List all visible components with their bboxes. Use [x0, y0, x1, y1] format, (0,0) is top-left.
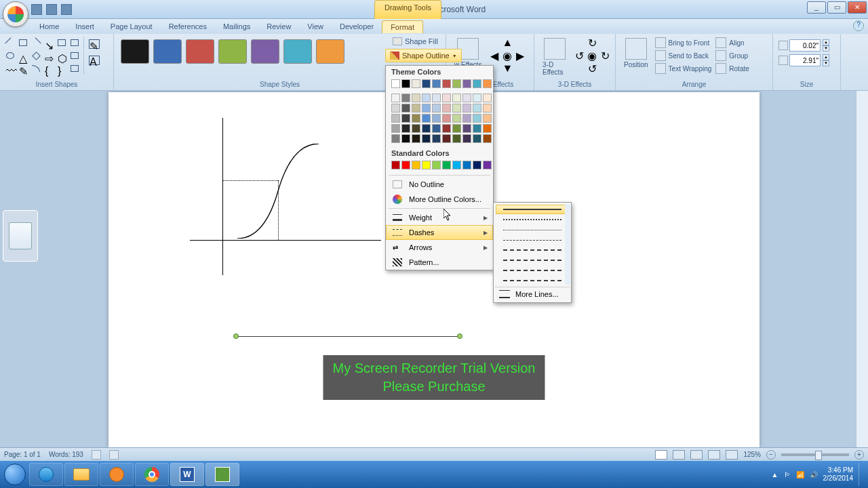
height-input[interactable]: 0.02": [789, 39, 821, 52]
selection-handle-left[interactable]: [233, 333, 239, 339]
style-swatch-5[interactable]: [283, 39, 312, 64]
tab-insert[interactable]: Insert: [67, 20, 102, 33]
shade-color-2-7[interactable]: [462, 114, 471, 123]
more-outline-colors-item[interactable]: More Outline Colors...: [386, 192, 493, 207]
selection-handle-right[interactable]: [457, 333, 462, 339]
shade-color-3-9[interactable]: [483, 124, 492, 133]
shade-color-0-4[interactable]: [432, 94, 441, 102]
flyout-scrollbar[interactable]: [565, 204, 570, 285]
theme-color-8[interactable]: [473, 79, 481, 88]
shape-triangle-icon[interactable]: △: [17, 49, 29, 62]
shade-color-0-7[interactable]: [462, 94, 471, 102]
shade-color-1-9[interactable]: [483, 104, 492, 113]
tab-view[interactable]: View: [299, 20, 332, 33]
dash-style-1[interactable]: [496, 215, 569, 224]
start-button[interactable]: [1, 461, 28, 488]
height-up[interactable]: ▲: [823, 39, 829, 45]
shade-color-4-3[interactable]: [422, 134, 431, 143]
selected-line-shape[interactable]: [236, 336, 460, 337]
width-up[interactable]: ▲: [823, 54, 829, 60]
edit-shape-icon[interactable]: ✎: [87, 37, 102, 52]
shade-color-4-8[interactable]: [473, 134, 481, 143]
shade-color-2-2[interactable]: [412, 114, 420, 123]
rotate-button[interactable]: Rotate: [714, 62, 750, 75]
vertical-scrollbar[interactable]: [856, 91, 868, 447]
shade-color-2-9[interactable]: [483, 114, 492, 123]
no-outline-item[interactable]: No Outline: [386, 177, 493, 192]
shade-color-4-2[interactable]: [412, 134, 420, 143]
zoom-out-button[interactable]: −: [766, 450, 776, 460]
theme-color-7[interactable]: [462, 79, 471, 88]
height-down[interactable]: ▼: [823, 45, 829, 52]
tab-page-layout[interactable]: Page Layout: [102, 20, 161, 33]
standard-color-7[interactable]: [462, 161, 471, 169]
tab-references[interactable]: References: [161, 20, 215, 33]
shade-color-1-7[interactable]: [462, 104, 471, 113]
theme-color-5[interactable]: [442, 79, 451, 88]
view-full-screen-icon[interactable]: [673, 450, 685, 460]
tab-review[interactable]: Review: [258, 20, 299, 33]
tilt-center-icon[interactable]: ◉: [586, 49, 598, 62]
shade-color-0-0[interactable]: [391, 94, 400, 102]
dash-style-5[interactable]: [496, 256, 569, 265]
nudge-left-icon[interactable]: ◀: [488, 49, 500, 62]
tilt-right-icon[interactable]: ↻: [599, 49, 611, 62]
theme-color-4[interactable]: [432, 79, 441, 88]
shade-color-3-3[interactable]: [422, 124, 431, 133]
shade-color-4-0[interactable]: [391, 134, 400, 143]
standard-color-6[interactable]: [452, 161, 461, 169]
style-swatch-6[interactable]: [316, 39, 344, 64]
dash-style-2[interactable]: [496, 225, 569, 235]
minimize-button[interactable]: _: [807, 1, 826, 14]
shape-fill-button[interactable]: Shape Fill: [393, 37, 438, 45]
bring-to-front-button[interactable]: Bring to Front: [654, 37, 713, 49]
shape-freeform-icon[interactable]: ✎: [17, 62, 29, 75]
shape-line-icon[interactable]: [4, 37, 16, 49]
shapes-gallery[interactable]: ↘ △ ⇨ ⬡ 〰 ✎ { }: [4, 37, 81, 75]
dash-style-3[interactable]: [496, 235, 569, 245]
shape-outline-button[interactable]: Shape Outline ▼: [385, 49, 462, 62]
shade-color-0-8[interactable]: [473, 94, 481, 102]
shade-color-3-6[interactable]: [452, 124, 461, 133]
recycle-bin-desktop-icon[interactable]: [3, 210, 38, 262]
taskbar-chrome-icon[interactable]: [135, 463, 169, 486]
text-box-icon[interactable]: A: [87, 53, 102, 68]
shape-diamond-icon[interactable]: [30, 49, 42, 62]
shade-color-2-6[interactable]: [452, 114, 461, 123]
theme-color-1[interactable]: [401, 79, 410, 88]
qat-redo-icon[interactable]: [61, 4, 72, 15]
standard-color-0[interactable]: [391, 161, 400, 169]
tab-mailings[interactable]: Mailings: [215, 20, 258, 33]
arrows-submenu-item[interactable]: ⇄ Arrows▶: [386, 240, 493, 255]
style-swatch-3[interactable]: [218, 39, 247, 64]
dash-style-0[interactable]: [496, 205, 569, 214]
send-to-back-button[interactable]: Send to Back: [654, 49, 713, 62]
taskbar-ie-icon[interactable]: [29, 463, 63, 486]
weight-submenu-item[interactable]: Weight▶: [386, 210, 493, 225]
office-button[interactable]: [3, 1, 28, 27]
shade-color-0-2[interactable]: [412, 94, 420, 102]
zoom-level[interactable]: 125%: [743, 451, 761, 458]
status-proofing-icon[interactable]: [92, 450, 101, 460]
view-web-layout-icon[interactable]: [690, 450, 703, 460]
help-button[interactable]: ?: [853, 20, 864, 31]
nudge-center-icon[interactable]: ◉: [501, 49, 513, 62]
tray-volume-icon[interactable]: 🔊: [810, 471, 818, 479]
shade-color-4-7[interactable]: [462, 134, 471, 143]
shade-color-0-5[interactable]: [442, 94, 451, 102]
pattern-item[interactable]: Pattern...: [386, 255, 493, 270]
shape-oval-icon[interactable]: [4, 49, 16, 62]
shade-color-2-0[interactable]: [391, 114, 400, 123]
width-input[interactable]: 2.91": [789, 54, 821, 66]
shape-arrow2-icon[interactable]: ⇨: [43, 49, 55, 62]
dashes-submenu-item[interactable]: Dashes▶: [386, 225, 493, 240]
shade-color-3-0[interactable]: [391, 124, 400, 133]
zoom-slider[interactable]: [781, 453, 849, 456]
shape-callout-icon[interactable]: [68, 49, 81, 62]
shade-color-0-3[interactable]: [422, 94, 431, 102]
width-down[interactable]: ▼: [823, 60, 829, 66]
shade-color-0-1[interactable]: [401, 94, 410, 102]
close-button[interactable]: ✕: [848, 1, 867, 14]
tilt-up-icon[interactable]: ↻: [586, 37, 598, 49]
shade-color-3-8[interactable]: [473, 124, 481, 133]
